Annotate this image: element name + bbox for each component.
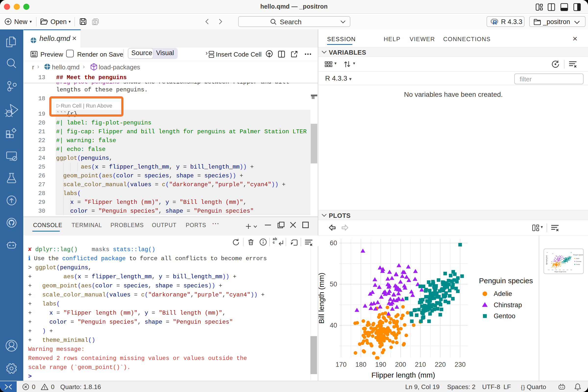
svg-text:Gentoo: Gentoo — [576, 264, 580, 265]
svg-text:R: R — [493, 19, 497, 25]
svg-text:190: 190 — [375, 361, 386, 368]
svg-text:Gentoo: Gentoo — [494, 312, 516, 320]
svg-text:170: 170 — [548, 269, 550, 270]
svg-text:Chinstrap: Chinstrap — [576, 261, 582, 262]
svg-text:170: 170 — [336, 361, 346, 368]
svg-text:50: 50 — [546, 258, 548, 259]
svg-text:210: 210 — [563, 269, 565, 270]
svg-text:190: 190 — [556, 269, 558, 270]
svg-text:Adelie: Adelie — [576, 258, 580, 259]
svg-text:60: 60 — [546, 252, 548, 253]
svg-text:220: 220 — [566, 269, 568, 270]
svg-text:40: 40 — [546, 263, 548, 264]
svg-text:Adelie: Adelie — [494, 290, 512, 298]
svg-text:Flipper length (mm): Flipper length (mm) — [372, 371, 435, 379]
svg-text:200: 200 — [559, 269, 561, 270]
svg-text:180: 180 — [552, 269, 554, 270]
svg-text:180: 180 — [355, 361, 366, 368]
svg-text:230: 230 — [570, 269, 572, 270]
svg-text:50: 50 — [330, 280, 337, 288]
svg-text:210: 210 — [415, 361, 426, 368]
svg-text:Penguin species: Penguin species — [479, 276, 533, 285]
svg-text:Penguin species: Penguin species — [573, 254, 583, 256]
svg-text:Chinstrap: Chinstrap — [494, 301, 522, 309]
svg-text:200: 200 — [395, 361, 406, 368]
svg-text:220: 220 — [435, 361, 446, 368]
svg-text:60: 60 — [330, 239, 337, 247]
svg-text:230: 230 — [454, 361, 466, 368]
svg-text:Flipper length (mm): Flipper length (mm) — [554, 271, 566, 272]
svg-text:Bill length (mm): Bill length (mm) — [318, 273, 325, 324]
svg-text:40: 40 — [330, 322, 337, 329]
